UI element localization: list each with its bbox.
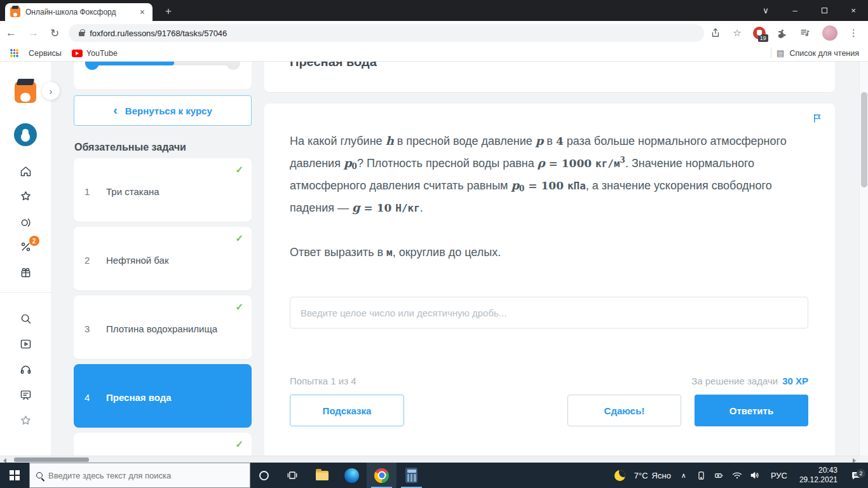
progress-bar[interactable] <box>93 62 233 65</box>
math-segment: кПа <box>567 180 586 192</box>
volume-icon[interactable] <box>747 470 763 481</box>
answer-button[interactable]: Ответить <box>695 395 808 426</box>
task-list: 1 Три стакана ✓ 2 Нефтяной бак ✓ 3 Плоти… <box>74 158 252 456</box>
clock-widget[interactable]: 20:43 29.12.2021 <box>793 466 844 485</box>
cortana-button[interactable] <box>250 463 277 488</box>
maximize-button[interactable] <box>810 0 839 21</box>
refresh-button[interactable]: ↻ <box>44 27 65 40</box>
giveup-button[interactable]: Сдаюсь! <box>567 395 681 426</box>
browser-toolbar: ← → ↻ foxford.ru/lessons/91768/tasks/570… <box>0 21 868 45</box>
text-segment: в <box>543 135 556 147</box>
search-icon <box>36 472 43 478</box>
board-icon[interactable] <box>0 388 51 402</box>
task-card-1[interactable]: 1 Три стакана ✓ <box>74 158 252 222</box>
search-icon[interactable] <box>0 312 51 325</box>
math-segment: кг/м <box>595 158 620 170</box>
taskbar-search-input[interactable] <box>48 471 226 480</box>
achievements-icon[interactable] <box>0 414 51 427</box>
problem-card: На какой глубине h в пресной воде давлен… <box>264 104 835 485</box>
task-card-2[interactable]: 2 Нефтяной бак ✓ <box>74 227 252 290</box>
new-tab-button[interactable]: + <box>161 4 175 18</box>
taskbar-app-chrome[interactable] <box>367 463 397 488</box>
window-chevron-button[interactable]: ∨ <box>751 0 780 21</box>
math-segment: h <box>386 134 394 147</box>
bookmarks-bar: Сервисы YouTube ▤ Список для чтения <box>0 45 868 62</box>
bookmark-services[interactable]: Сервисы <box>24 49 67 58</box>
hint-button[interactable]: Подсказка <box>290 395 404 426</box>
task-card-3[interactable]: 3 Плотина водохранилища ✓ <box>74 295 252 359</box>
apps-grid-icon[interactable] <box>10 49 18 57</box>
task-number: 3 <box>85 323 90 334</box>
text-segment: На какой глубине <box>290 135 386 147</box>
home-icon[interactable] <box>0 165 51 178</box>
taskbar-app-explorer[interactable] <box>307 463 337 488</box>
flag-icon[interactable] <box>811 112 824 127</box>
divider <box>0 292 51 293</box>
back-to-course-button[interactable]: ‹ Вернуться к курсу <box>74 95 252 126</box>
wifi-icon[interactable] <box>729 470 745 481</box>
foxford-logo[interactable] <box>15 81 36 103</box>
task-card-4-active[interactable]: 4 Пресная вода <box>74 364 252 428</box>
task-view-icon <box>286 469 299 482</box>
rail-expand-button[interactable]: › <box>42 82 60 100</box>
back-button[interactable]: ← <box>0 27 22 39</box>
forward-button[interactable]: → <box>22 27 44 39</box>
favorites-icon[interactable] <box>0 189 51 203</box>
audio-icon[interactable] <box>0 363 51 376</box>
text-segment: Ответ выразить в <box>290 246 386 259</box>
cortana-icon <box>259 471 269 480</box>
address-bar[interactable]: foxford.ru/lessons/91768/tasks/57046 <box>69 24 704 42</box>
bookmark-youtube[interactable]: YouTube <box>67 49 123 58</box>
clock-date: 29.12.2021 <box>799 475 837 485</box>
url-text: foxford.ru/lessons/91768/tasks/57046 <box>90 29 227 38</box>
tray-device-icon[interactable] <box>694 470 709 481</box>
answer-input[interactable] <box>290 297 808 329</box>
math-segment: = 1000 <box>545 157 595 170</box>
math-segment: ρ <box>538 156 545 170</box>
minimize-button[interactable]: – <box>780 0 810 21</box>
horizontal-scrollbar[interactable] <box>0 456 859 463</box>
taskbar-search[interactable] <box>29 463 250 488</box>
task-view-button[interactable] <box>277 463 307 488</box>
reward-label: За решение задачи <box>691 376 778 386</box>
user-avatar[interactable] <box>14 123 37 146</box>
close-button[interactable]: × <box>839 0 868 21</box>
reading-list-label[interactable]: Список для чтения <box>789 49 859 58</box>
vertical-scroll-thumb[interactable] <box>861 92 867 187</box>
extension-adblock-icon[interactable]: 19 <box>747 27 771 39</box>
share-icon[interactable] <box>704 27 727 39</box>
explorer-icon <box>316 471 329 480</box>
browser-titlebar: Онлайн-школа Фоксфорд × + ∨ – × <box>0 0 868 21</box>
tab-close-icon[interactable]: × <box>137 6 147 18</box>
moon-icon <box>614 470 625 481</box>
task-card-5[interactable]: ✓ <box>74 433 252 456</box>
discounts-icon[interactable]: 2 <box>0 240 51 254</box>
extensions-icon[interactable] <box>771 28 794 39</box>
horizontal-scroll-thumb[interactable] <box>14 458 89 462</box>
start-button[interactable] <box>0 463 29 488</box>
browser-tab[interactable]: Онлайн-школа Фоксфорд × <box>5 3 153 21</box>
gifts-icon[interactable] <box>0 266 51 279</box>
answer-note: Ответ выразить в м, округлив до целых. <box>290 246 501 259</box>
profile-avatar[interactable] <box>817 25 843 41</box>
weather-widget[interactable]: 7°C Ясно <box>609 470 676 481</box>
media-list-icon[interactable] <box>794 27 817 39</box>
tab-favicon-icon <box>10 7 20 17</box>
progress-knob-left <box>85 62 99 70</box>
math-segment: м <box>386 247 393 259</box>
task-title: Пресная вода <box>106 392 172 403</box>
task-sidebar: ‹ Вернуться к курсу Обязательные задачи … <box>74 62 252 456</box>
screen: Онлайн-школа Фоксфорд × + ∨ – × ← → ↻ fo… <box>0 0 868 488</box>
text-segment: . <box>420 201 423 214</box>
tray-chevron-icon[interactable]: ∧ <box>676 471 691 480</box>
video-icon[interactable] <box>0 337 51 351</box>
taskbar-app-edge[interactable] <box>337 463 367 488</box>
tray-battery-icon[interactable] <box>712 470 727 481</box>
notification-button[interactable]: 2 <box>844 470 868 482</box>
vertical-scrollbar[interactable] <box>859 62 868 456</box>
sessions-icon[interactable] <box>0 215 51 229</box>
menu-icon[interactable]: ⋮ <box>843 27 864 39</box>
language-indicator[interactable]: РУС <box>765 471 793 480</box>
taskbar-app-calculator[interactable] <box>397 463 426 488</box>
bookmark-star-icon[interactable]: ☆ <box>727 27 747 39</box>
